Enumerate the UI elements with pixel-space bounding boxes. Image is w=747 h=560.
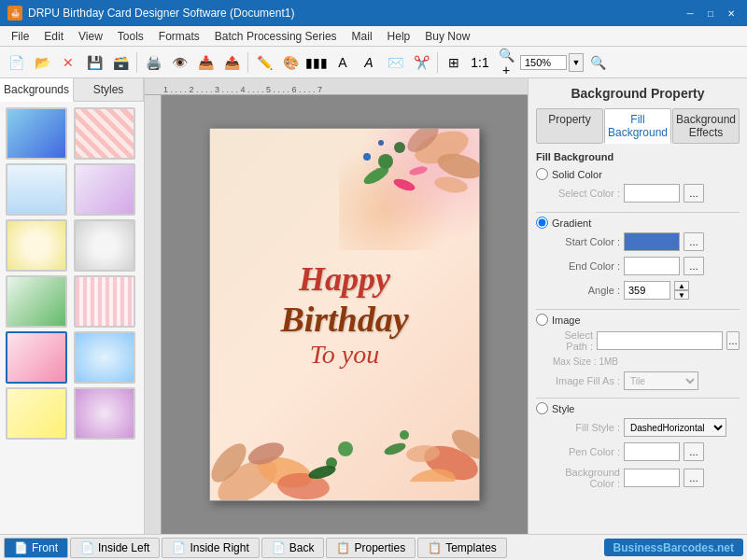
save-as-button[interactable]: 🗃️ [108, 50, 133, 75]
menu-item-tools[interactable]: Tools [110, 28, 151, 45]
bg-thumb-8[interactable] [74, 275, 135, 328]
image-radio[interactable] [536, 314, 548, 326]
bg-thumb-6[interactable] [74, 219, 135, 272]
solid-color-radio[interactable] [536, 168, 548, 180]
new-button[interactable]: 📄 [4, 50, 28, 75]
delete-button[interactable]: ✕ [56, 50, 80, 75]
import-button[interactable]: 📥 [193, 50, 218, 75]
pen-color-box[interactable] [624, 442, 680, 461]
bg-thumb-4[interactable] [74, 163, 135, 216]
solid-color-label: Solid Color [552, 169, 602, 180]
select-color-button[interactable]: … [684, 184, 704, 203]
tab-templates[interactable]: 📋 Templates [417, 538, 507, 558]
tab-styles[interactable]: Styles [74, 78, 144, 101]
save-button[interactable]: 💾 [82, 50, 106, 75]
gradient-radio[interactable] [536, 217, 548, 229]
bg-color-box[interactable] [624, 469, 680, 487]
bg-thumb-1[interactable] [6, 107, 67, 160]
menu-item-view[interactable]: View [71, 28, 110, 45]
tab-back[interactable]: 📄 Back [261, 538, 325, 558]
menu-item-batch-processing-series[interactable]: Batch Processing Series [207, 28, 345, 45]
style-radio[interactable] [536, 402, 548, 414]
bg-thumb-12[interactable] [74, 387, 135, 440]
card-text-birthday: Birthday [280, 299, 408, 340]
tab-property[interactable]: Property [536, 108, 603, 144]
bg-thumb-5[interactable] [6, 219, 67, 272]
fill-button[interactable]: 🎨 [278, 50, 303, 75]
card-text-happy: Happy [280, 259, 408, 299]
menu-item-help[interactable]: Help [380, 28, 418, 45]
menu-item-buy-now[interactable]: Buy Now [417, 28, 477, 45]
image-row[interactable]: Image [536, 314, 740, 326]
solid-color-row[interactable]: Solid Color [536, 168, 740, 180]
image-fill-select[interactable]: Tile [624, 371, 698, 390]
zoom-dropdown[interactable]: ▼ [569, 53, 584, 72]
maximize-button[interactable]: □ [702, 5, 719, 21]
svg-point-18 [307, 463, 337, 481]
end-color-box[interactable] [624, 257, 680, 275]
fill-style-label: Fill Style : [553, 422, 620, 433]
pencil-button[interactable]: ✏️ [252, 50, 276, 75]
lock-button[interactable]: 1:1 [468, 50, 492, 75]
tab-background-effects[interactable]: Background Effects [672, 108, 740, 144]
path-button[interactable]: … [726, 331, 740, 350]
sep3 [437, 52, 438, 73]
canvas-area[interactable]: 1 . . . . 2 . . . . 3 . . . . 4 . . . . … [145, 78, 528, 534]
angle-down-button[interactable]: ▼ [674, 290, 689, 300]
zoom-in-button[interactable]: 🔍+ [494, 50, 518, 75]
menu-item-file[interactable]: File [4, 28, 36, 45]
bg-thumb-11[interactable] [6, 387, 67, 440]
canvas-content: Happy Birthday To you [162, 95, 528, 534]
zoom-input[interactable]: 150% [520, 55, 567, 70]
tab-fill-background[interactable]: Fill Background [604, 108, 671, 144]
select-color-box[interactable] [624, 184, 680, 203]
tab-inside-right[interactable]: 📄 Inside Right [162, 538, 259, 558]
card-text-toyou: To you [280, 340, 408, 370]
tab-inside-left[interactable]: 📄 Inside Left [70, 538, 160, 558]
preview-button[interactable]: 👁️ [167, 50, 191, 75]
export-button[interactable]: 📤 [219, 50, 244, 75]
minimize-button[interactable]: ─ [682, 5, 698, 21]
bg-color-label: Background Color : [553, 467, 620, 489]
email-button[interactable]: ✉️ [383, 50, 407, 75]
text2-button[interactable]: A [357, 50, 381, 75]
barcode-button[interactable]: ▮▮▮ [304, 50, 329, 75]
tab-front[interactable]: 📄 Front [4, 538, 68, 558]
menu-item-formats[interactable]: Formats [151, 28, 207, 45]
path-input[interactable] [597, 331, 723, 350]
bg-thumb-10[interactable] [74, 331, 135, 384]
bg-thumb-3[interactable] [6, 163, 67, 216]
select-color-row: Select Color : … [536, 184, 740, 203]
grid-button[interactable]: ⊞ [442, 50, 466, 75]
close-button[interactable]: ✕ [723, 5, 740, 21]
angle-up-button[interactable]: ▲ [674, 281, 689, 290]
pen-color-button[interactable]: … [684, 442, 704, 461]
templates-label: Templates [445, 541, 497, 554]
open-button[interactable]: 📂 [30, 50, 54, 75]
gradient-row[interactable]: Gradient [536, 217, 740, 229]
bg-color-button-2[interactable]: … [684, 469, 704, 487]
cut-button[interactable]: ✂️ [409, 50, 433, 75]
zoom-out-button[interactable]: 🔍 [585, 50, 610, 75]
tab-backgrounds[interactable]: Backgrounds [0, 78, 74, 102]
angle-input[interactable]: 359 [624, 281, 670, 300]
toolbar: 📄 📂 ✕ 💾 🗃️ 🖨️ 👁️ 📥 📤 ✏️ 🎨 ▮▮▮ A A ✉️ ✂️ … [0, 47, 747, 78]
text-button[interactable]: A [331, 50, 355, 75]
back-label: Back [289, 541, 315, 554]
svg-point-24 [383, 441, 407, 457]
menu-item-edit[interactable]: Edit [36, 28, 71, 45]
menu-item-mail[interactable]: Mail [345, 28, 380, 45]
bg-thumb-9[interactable] [6, 331, 67, 384]
card-canvas[interactable]: Happy Birthday To you [209, 128, 480, 501]
tab-properties[interactable]: 📋 Properties [326, 538, 416, 558]
start-color-box[interactable] [624, 232, 680, 251]
print-button[interactable]: 🖨️ [141, 50, 165, 75]
end-color-button[interactable]: … [684, 257, 704, 275]
start-color-button[interactable]: … [684, 232, 704, 251]
bg-thumb-2[interactable] [74, 107, 135, 160]
style-row[interactable]: Style [536, 402, 740, 414]
fill-style-select[interactable]: DashedHorizontal [624, 418, 726, 437]
start-color-label: Start Color : [553, 236, 620, 247]
bg-thumb-7[interactable] [6, 275, 67, 328]
style-label: Style [552, 403, 574, 414]
